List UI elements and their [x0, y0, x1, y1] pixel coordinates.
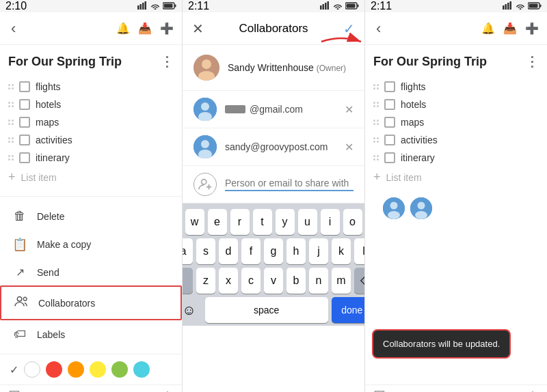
- right-checkbox-activities[interactable]: [384, 135, 395, 145]
- right-more-options-button[interactable]: ⋮: [525, 53, 539, 70]
- right-drag-handle[interactable]: [373, 155, 379, 160]
- right-item-label-activities: activities: [401, 135, 438, 145]
- color-dot-white[interactable]: [24, 361, 40, 378]
- right-checkbox-maps[interactable]: [384, 117, 395, 128]
- kb-key-o[interactable]: o: [343, 209, 362, 235]
- kb-key-v[interactable]: v: [264, 268, 283, 294]
- checkbox-maps[interactable]: [19, 117, 30, 128]
- checkbox-hotels[interactable]: [19, 99, 30, 110]
- kb-emoji-key[interactable]: ☺: [183, 300, 202, 321]
- checkbox-activities[interactable]: [19, 135, 30, 145]
- kb-key-n[interactable]: n: [309, 268, 328, 294]
- kb-key-m[interactable]: m: [332, 268, 351, 294]
- right-drag-handle[interactable]: [373, 102, 379, 107]
- kb-key-l[interactable]: l: [354, 238, 365, 264]
- drag-handle[interactable]: [8, 120, 14, 125]
- color-dot-red[interactable]: [46, 361, 62, 378]
- add-icon[interactable]: ➕: [160, 22, 174, 35]
- checkbox-itinerary[interactable]: [19, 152, 30, 163]
- item-label-activities: activities: [36, 135, 72, 145]
- right-drag-handle[interactable]: [373, 84, 379, 89]
- kb-key-s[interactable]: s: [196, 238, 215, 264]
- reminder-icon[interactable]: 🔔: [116, 22, 130, 35]
- drag-handle[interactable]: [8, 84, 14, 89]
- drag-handle[interactable]: [8, 137, 14, 143]
- kb-key-f[interactable]: f: [241, 238, 261, 264]
- add-icon-right[interactable]: ➕: [525, 22, 539, 35]
- archive-icon-right[interactable]: 📥: [503, 22, 517, 35]
- owner-tag: (Owner): [317, 64, 346, 73]
- kb-key-g[interactable]: g: [264, 238, 283, 264]
- email-redacted-block: [225, 105, 245, 113]
- more-options-button[interactable]: ⋮: [160, 53, 174, 70]
- wifi-icon: [150, 0, 163, 12]
- color-dot-orange[interactable]: [68, 361, 84, 378]
- kb-key-k[interactable]: k: [332, 238, 351, 264]
- kb-key-d[interactable]: d: [219, 238, 238, 264]
- svg-rect-13: [347, 4, 356, 8]
- battery-icon: [163, 0, 176, 12]
- kb-backspace-key[interactable]: ⌫: [354, 268, 365, 294]
- kb-key-r[interactable]: r: [230, 209, 250, 235]
- remove-person-2-button[interactable]: ✕: [345, 141, 353, 154]
- menu-item-copy[interactable]: 📋 Make a copy: [0, 230, 182, 259]
- status-bar-middle: 2:11: [183, 0, 365, 12]
- archive-icon[interactable]: 📥: [138, 22, 152, 35]
- right-footer-more-button[interactable]: ⋮: [526, 389, 539, 393]
- right-drag-handle[interactable]: [373, 120, 379, 125]
- remove-person-1-button[interactable]: ✕: [345, 103, 353, 116]
- item-label-hotels: hotels: [36, 99, 61, 110]
- right-drag-handle[interactable]: [373, 137, 379, 143]
- kb-key-a[interactable]: a: [183, 238, 193, 264]
- add-person-input[interactable]: [225, 178, 353, 191]
- kb-key-w[interactable]: w: [185, 209, 204, 235]
- right-footer-add-button[interactable]: ☐: [373, 388, 386, 393]
- kb-key-i[interactable]: i: [321, 209, 340, 235]
- kb-key-e[interactable]: e: [208, 209, 227, 235]
- kb-key-x[interactable]: x: [219, 268, 238, 294]
- add-list-item-button[interactable]: + List item: [8, 167, 174, 188]
- kb-key-h[interactable]: h: [286, 238, 306, 264]
- color-dot-yellow[interactable]: [90, 361, 106, 378]
- right-checkbox-hotels[interactable]: [384, 99, 395, 110]
- toast-container: Collaborators will be updated.: [372, 329, 540, 359]
- kb-key-b[interactable]: b: [286, 268, 306, 294]
- right-checkbox-itinerary[interactable]: [384, 152, 395, 163]
- kb-key-u[interactable]: u: [298, 209, 317, 235]
- delete-icon: 🗑: [12, 209, 27, 223]
- kb-key-c[interactable]: c: [241, 268, 261, 294]
- kb-done-key[interactable]: done: [332, 297, 365, 323]
- menu-item-send[interactable]: ↗ Send: [0, 259, 182, 285]
- collab-owner-row: Sandy Writtenhouse (Owner): [183, 45, 364, 91]
- checklist-item-hotels: hotels: [8, 96, 174, 113]
- drag-handle[interactable]: [8, 155, 14, 160]
- menu-item-labels[interactable]: 🏷 Labels: [0, 320, 182, 348]
- color-dot-teal[interactable]: [133, 361, 150, 378]
- menu-item-collaborators[interactable]: Collaborators: [1, 288, 181, 318]
- footer-add-button[interactable]: ☐: [8, 388, 21, 393]
- kb-key-t[interactable]: t: [253, 209, 272, 235]
- checkbox-flights[interactable]: [19, 81, 30, 92]
- confirm-button[interactable]: ✓: [343, 20, 355, 37]
- footer-more-button[interactable]: ⋮: [161, 389, 174, 393]
- back-button-left[interactable]: ‹: [8, 17, 18, 40]
- right-add-list-item-button[interactable]: + List item: [373, 167, 539, 188]
- kb-key-j[interactable]: j: [309, 238, 328, 264]
- color-dot-green[interactable]: [111, 361, 128, 378]
- right-checkbox-flights[interactable]: [384, 81, 395, 92]
- drag-handle[interactable]: [8, 102, 14, 107]
- kb-key-y[interactable]: y: [276, 209, 295, 235]
- kb-key-z[interactable]: z: [196, 268, 215, 294]
- right-item-label-flights: flights: [401, 81, 426, 92]
- wifi-icon-right: [516, 0, 528, 12]
- left-panel-header: ‹ 🔔 📥 ➕: [0, 12, 182, 45]
- svg-point-28: [201, 102, 209, 111]
- menu-item-delete[interactable]: 🗑 Delete: [0, 202, 182, 230]
- back-button-right[interactable]: ‹: [373, 17, 384, 40]
- close-button[interactable]: ✕: [192, 20, 204, 37]
- reminder-icon-right[interactable]: 🔔: [481, 22, 495, 35]
- kb-shift-key[interactable]: ⇧: [183, 268, 193, 294]
- kb-space-key[interactable]: space: [205, 297, 328, 323]
- person-email-1: @gmail.com: [225, 104, 336, 115]
- svg-rect-15: [505, 4, 507, 10]
